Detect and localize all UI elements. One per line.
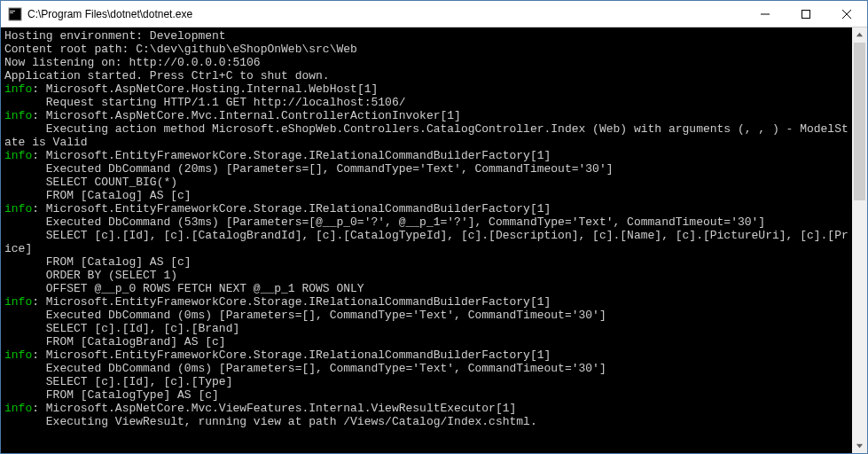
svg-rect-2 — [10, 12, 13, 13]
svg-marker-7 — [856, 33, 863, 37]
log-text: Hosting environment: Development — [4, 29, 226, 43]
console-line: info: Microsoft.AspNetCore.Hosting.Inter… — [4, 82, 852, 96]
log-text: : Microsoft.EntityFrameworkCore.Storage.… — [32, 348, 551, 362]
console-line: info: Microsoft.EntityFrameworkCore.Stor… — [4, 348, 852, 362]
console-line: Executed DbCommand (53ms) [Parameters=[@… — [4, 215, 852, 229]
log-text: FROM [Catalog] AS [c] — [4, 255, 192, 269]
scroll-up-arrow-icon[interactable] — [852, 27, 867, 43]
scroll-track[interactable] — [852, 43, 867, 438]
log-level-info: info — [4, 348, 32, 362]
scroll-thumb[interactable] — [854, 43, 865, 200]
console-line: SELECT [c].[Id], [c].[Type] — [4, 375, 852, 388]
console-line: Executing action method Microsoft.eShopW… — [4, 122, 852, 149]
console-line: FROM [Catalog] AS [c] — [4, 255, 852, 269]
console-line: Executing ViewResult, running view at pa… — [4, 415, 852, 428]
console-output[interactable]: Hosting environment: DevelopmentContent … — [1, 27, 852, 453]
console-line: Content root path: C:\dev\github\eShopOn… — [4, 43, 852, 56]
log-level-info: info — [4, 109, 32, 122]
console-line: info: Microsoft.EntityFrameworkCore.Stor… — [4, 295, 852, 309]
console-line: Request starting HTTP/1.1 GET http://loc… — [4, 96, 852, 109]
log-text: Request starting HTTP/1.1 GET http://loc… — [4, 96, 405, 109]
scroll-down-arrow-icon[interactable] — [852, 438, 867, 453]
log-text: OFFSET @__p_0 ROWS FETCH NEXT @__p_1 ROW… — [4, 282, 364, 295]
log-text: Executed DbCommand (20ms) [Parameters=[]… — [4, 162, 614, 176]
log-text: Executed DbCommand (0ms) [Parameters=[],… — [4, 309, 606, 322]
vertical-scrollbar[interactable] — [852, 27, 867, 453]
log-text: Executing ViewResult, running view at pa… — [4, 415, 537, 428]
log-text: FROM [CatalogBrand] AS [c] — [4, 335, 226, 348]
console-line: info: Microsoft.AspNetCore.Mvc.Internal.… — [4, 109, 852, 122]
svg-rect-1 — [10, 11, 15, 12]
console-line: ORDER BY (SELECT 1) — [4, 269, 852, 282]
log-text: Executed DbCommand (53ms) [Parameters=[@… — [4, 215, 765, 229]
log-text: Now listening on: http://0.0.0.0:5106 — [4, 56, 261, 69]
console-line: Executed DbCommand (20ms) [Parameters=[]… — [4, 162, 852, 176]
console-line: FROM [CatalogBrand] AS [c] — [4, 335, 852, 348]
log-text: ORDER BY (SELECT 1) — [4, 269, 177, 282]
log-text: FROM [Catalog] AS [c] — [4, 189, 192, 202]
console-line: info: Microsoft.AspNetCore.Mvc.ViewFeatu… — [4, 402, 852, 415]
log-text: : Microsoft.EntityFrameworkCore.Storage.… — [32, 295, 551, 309]
window-titlebar: C:\Program Files\dotnet\dotnet.exe — [1, 1, 867, 27]
console-line: OFFSET @__p_0 ROWS FETCH NEXT @__p_1 ROW… — [4, 282, 852, 295]
log-level-info: info — [4, 149, 32, 162]
console-line: Application started. Press Ctrl+C to shu… — [4, 69, 852, 82]
console-line: FROM [CatalogType] AS [c] — [4, 388, 852, 402]
log-text: SELECT [c].[Id], [c].[Brand] — [4, 322, 239, 335]
maximize-button[interactable] — [786, 1, 826, 27]
svg-rect-0 — [9, 8, 21, 20]
console-line: SELECT [c].[Id], [c].[CatalogBrandId], [… — [4, 229, 852, 255]
log-level-info: info — [4, 295, 32, 309]
console-line: info: Microsoft.EntityFrameworkCore.Stor… — [4, 149, 852, 162]
log-text: : Microsoft.AspNetCore.Hosting.Internal.… — [32, 82, 378, 96]
console-line: FROM [Catalog] AS [c] — [4, 189, 852, 202]
log-text: : Microsoft.EntityFrameworkCore.Storage.… — [32, 149, 551, 162]
console-line: Executed DbCommand (0ms) [Parameters=[],… — [4, 362, 852, 375]
log-text: Application started. Press Ctrl+C to shu… — [4, 69, 330, 82]
svg-marker-8 — [856, 444, 863, 449]
console-line: Hosting environment: Development — [4, 29, 852, 43]
log-text: SELECT [c].[Id], [c].[CatalogBrandId], [… — [4, 229, 848, 255]
console-line: SELECT COUNT_BIG(*) — [4, 176, 852, 189]
window-controls — [745, 1, 867, 27]
log-text: Executing action method Microsoft.eShopW… — [4, 122, 848, 149]
log-text: FROM [CatalogType] AS [c] — [4, 388, 219, 402]
minimize-button[interactable] — [745, 1, 786, 27]
console-line: info: Microsoft.EntityFrameworkCore.Stor… — [4, 202, 852, 215]
console-area: Hosting environment: DevelopmentContent … — [1, 27, 867, 453]
console-line: Executed DbCommand (0ms) [Parameters=[],… — [4, 309, 852, 322]
log-text: Executed DbCommand (0ms) [Parameters=[],… — [4, 362, 606, 375]
log-text: Content root path: C:\dev\github\eShopOn… — [4, 43, 357, 56]
close-button[interactable] — [826, 1, 867, 27]
log-text: : Microsoft.EntityFrameworkCore.Storage.… — [32, 202, 551, 215]
log-text: SELECT [c].[Id], [c].[Type] — [4, 375, 232, 388]
log-text: : Microsoft.AspNetCore.Mvc.Internal.Cont… — [32, 109, 461, 122]
console-line: SELECT [c].[Id], [c].[Brand] — [4, 322, 852, 335]
console-line: Now listening on: http://0.0.0.0:5106 — [4, 56, 852, 69]
log-text: SELECT COUNT_BIG(*) — [4, 176, 177, 189]
svg-rect-4 — [802, 10, 810, 18]
log-text: : Microsoft.AspNetCore.Mvc.ViewFeatures.… — [32, 402, 516, 415]
log-level-info: info — [4, 202, 32, 215]
log-level-info: info — [4, 82, 32, 96]
log-level-info: info — [4, 402, 32, 415]
window-title: C:\Program Files\dotnet\dotnet.exe — [27, 8, 745, 20]
app-icon — [8, 7, 22, 21]
